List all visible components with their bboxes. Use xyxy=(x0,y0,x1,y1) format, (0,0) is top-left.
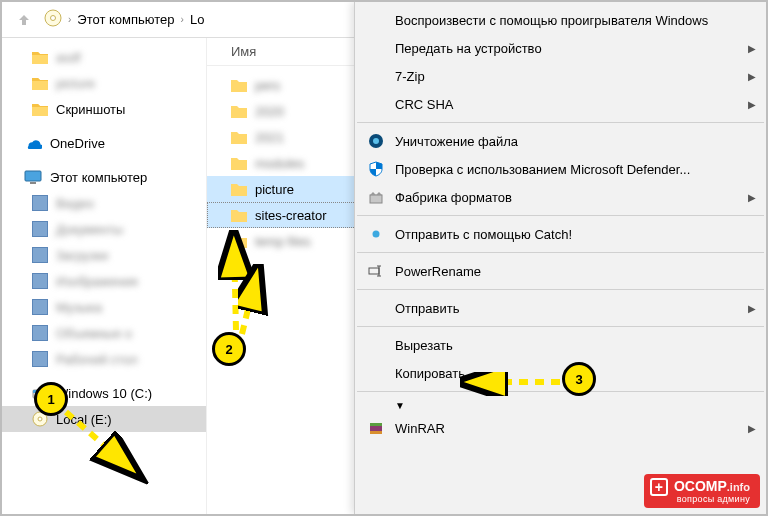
annotation-arrow-2b xyxy=(238,264,278,344)
nav-folder[interactable]: asdf xyxy=(2,44,206,70)
folder-icon xyxy=(32,102,48,116)
nav-this-pc[interactable]: Этот компьютер xyxy=(2,164,206,190)
nav-up-button[interactable] xyxy=(10,6,38,34)
library-icon xyxy=(32,325,48,341)
nav-item[interactable]: Рабочий стол xyxy=(2,346,206,372)
nav-item[interactable]: Объемные о xyxy=(2,320,206,346)
library-icon xyxy=(32,247,48,263)
nav-label: Скриншоты xyxy=(56,102,125,117)
nav-label: OneDrive xyxy=(50,136,105,151)
nav-item[interactable]: Видео xyxy=(2,190,206,216)
nav-folder-screenshots[interactable]: Скриншоты xyxy=(2,96,206,122)
nav-item[interactable]: Документы xyxy=(2,216,206,242)
folder-icon xyxy=(231,104,247,118)
svg-rect-13 xyxy=(370,423,382,426)
svg-line-17 xyxy=(234,244,236,330)
svg-rect-9 xyxy=(370,195,382,203)
nav-item[interactable]: Загрузки xyxy=(2,242,206,268)
rename-icon xyxy=(367,262,385,280)
file-name: picture xyxy=(255,182,294,197)
nav-onedrive[interactable]: OneDrive xyxy=(2,130,206,156)
nav-label: Этот компьютер xyxy=(50,170,147,185)
folder-icon xyxy=(231,182,247,196)
folder-icon xyxy=(32,50,48,64)
ctx-cut[interactable]: Вырезать xyxy=(355,331,766,359)
submenu-arrow-icon: ▶ xyxy=(748,303,756,314)
crumb-sep-icon: › xyxy=(181,14,184,25)
drive-icon xyxy=(44,9,62,30)
submenu-arrow-icon: ▶ xyxy=(748,99,756,110)
factory-icon xyxy=(367,188,385,206)
ctx-play[interactable]: Воспроизвести с помощью проигрывателя Wi… xyxy=(355,6,766,34)
nav-drive-c[interactable]: Windows 10 (C:) xyxy=(2,380,206,406)
library-icon xyxy=(32,299,48,315)
submenu-arrow-icon: ▶ xyxy=(748,423,756,434)
annotation-marker-2: 2 xyxy=(212,332,246,366)
svg-point-7 xyxy=(38,417,42,421)
ctx-catch[interactable]: Отправить с помощью Catch! xyxy=(355,220,766,248)
annotation-marker-3: 3 xyxy=(562,362,596,396)
library-icon xyxy=(32,273,48,289)
svg-rect-3 xyxy=(30,182,36,184)
library-icon xyxy=(32,221,48,237)
folder-icon xyxy=(231,156,247,170)
submenu-arrow-icon: ▶ xyxy=(748,71,756,82)
nav-item[interactable]: Музыка xyxy=(2,294,206,320)
folder-icon xyxy=(231,78,247,92)
annotation-marker-1: 1 xyxy=(34,382,68,416)
svg-line-18 xyxy=(242,276,256,334)
destroy-icon xyxy=(367,132,385,150)
nav-item[interactable]: Изображения xyxy=(2,268,206,294)
ctx-winrar[interactable]: WinRAR▶ xyxy=(355,414,766,442)
library-icon xyxy=(32,195,48,211)
svg-point-10 xyxy=(373,231,380,238)
breadcrumb-this-pc[interactable]: Этот компьютер xyxy=(77,12,174,27)
svg-point-1 xyxy=(51,16,56,21)
shield-icon xyxy=(367,160,385,178)
file-name: sites-creator xyxy=(255,208,327,223)
ctx-crc[interactable]: CRC SHA▶ xyxy=(355,90,766,118)
ctx-send-to[interactable]: Отправить▶ xyxy=(355,294,766,322)
menu-separator xyxy=(357,252,764,253)
menu-separator xyxy=(357,289,764,290)
ctx-powerrename[interactable]: PowerRename xyxy=(355,257,766,285)
catch-icon xyxy=(367,225,385,243)
pc-icon xyxy=(24,170,42,184)
ctx-7zip[interactable]: 7-Zip▶ xyxy=(355,62,766,90)
ctx-cast[interactable]: Передать на устройство▶ xyxy=(355,34,766,62)
submenu-arrow-icon: ▶ xyxy=(748,192,756,203)
nav-label: Windows 10 (C:) xyxy=(56,386,152,401)
svg-rect-11 xyxy=(369,268,379,274)
menu-separator xyxy=(357,326,764,327)
annotation-arrow-3 xyxy=(460,372,570,396)
breadcrumb-drive[interactable]: Lo xyxy=(190,12,204,27)
nav-folder[interactable]: picture xyxy=(2,70,206,96)
menu-separator xyxy=(357,122,764,123)
annotation-arrow-1 xyxy=(60,406,150,486)
ctx-defender[interactable]: Проверка с использованием Microsoft Defe… xyxy=(355,155,766,183)
menu-separator xyxy=(357,215,764,216)
watermark: + OCOMP.info вопросы админу xyxy=(644,474,760,508)
folder-icon xyxy=(32,76,48,90)
crumb-sep-icon: › xyxy=(68,14,71,25)
ctx-format-factory[interactable]: Фабрика форматов▶ xyxy=(355,183,766,211)
onedrive-icon xyxy=(24,137,42,149)
ctx-destroy[interactable]: Уничтожение файла xyxy=(355,127,766,155)
plus-icon: + xyxy=(650,478,668,496)
folder-icon xyxy=(231,130,247,144)
context-menu[interactable]: Воспроизвести с помощью проигрывателя Wi… xyxy=(354,2,766,514)
ctx-expand[interactable]: ▼ xyxy=(355,396,766,414)
svg-rect-2 xyxy=(25,171,41,181)
svg-rect-14 xyxy=(370,431,382,434)
chevron-down-icon: ▼ xyxy=(395,400,405,411)
submenu-arrow-icon: ▶ xyxy=(748,43,756,54)
folder-icon xyxy=(231,208,247,222)
winrar-icon xyxy=(367,419,385,437)
library-icon xyxy=(32,351,48,367)
